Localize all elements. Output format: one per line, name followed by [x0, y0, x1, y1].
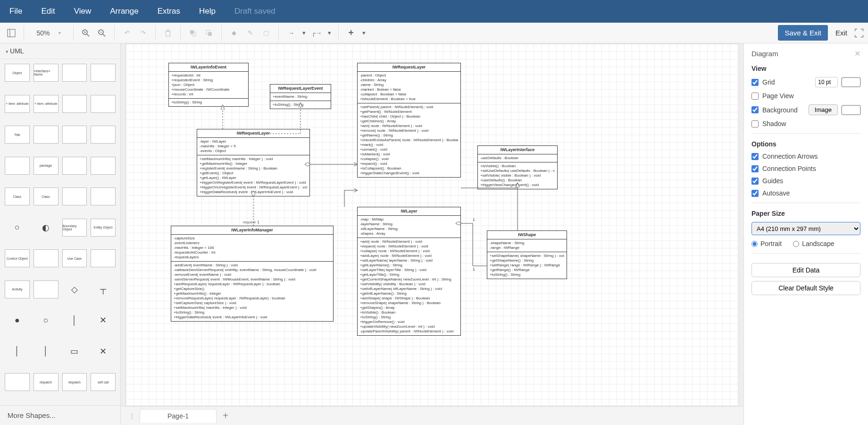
shape-palette-item[interactable]: │ — [62, 311, 87, 329]
canvas[interactable]: IWLayerInfoEvent+requestedId : int+reque… — [125, 43, 739, 406]
grid-size-input[interactable] — [815, 77, 838, 87]
landscape-radio[interactable] — [793, 241, 799, 247]
waypoint-dropdown-icon[interactable]: ▾ — [326, 26, 333, 40]
zoom-out-icon[interactable] — [95, 26, 108, 40]
page-tab-1[interactable]: Page-1 — [140, 409, 217, 423]
shape-palette-item[interactable]: ○ — [33, 311, 58, 329]
uml-class-iwlayerinfoevent[interactable]: IWLayerInfoEvent+requestedId : int+reque… — [168, 63, 249, 107]
pageview-checkbox[interactable] — [751, 93, 759, 100]
add-page-button[interactable]: + — [218, 410, 233, 421]
panel-close-icon[interactable]: ✕ — [854, 49, 860, 58]
uml-class-iwlayerinfomanager[interactable]: IWLayerInfoManager-captureSize-eventList… — [171, 226, 334, 322]
shape-palette-item[interactable]: ◇ — [62, 280, 87, 298]
shape-palette-item[interactable]: ✕ — [91, 342, 116, 360]
grid-color-swatch[interactable] — [842, 77, 860, 87]
shape-palette-item[interactable]: dispatch — [33, 373, 58, 391]
shape-palette-item[interactable]: «interface» Name — [33, 64, 58, 82]
conn-points-checkbox[interactable] — [751, 165, 759, 172]
uml-class-iwshape[interactable]: IWShape-shapeName : String-range : IWRan… — [487, 230, 567, 279]
guides-checkbox[interactable] — [751, 178, 759, 185]
shape-palette-item[interactable] — [62, 95, 87, 113]
shape-palette-item[interactable]: Activity — [5, 280, 30, 298]
shape-palette-item[interactable] — [33, 249, 58, 267]
shape-palette-item[interactable] — [91, 95, 116, 113]
shape-palette-item[interactable]: dispatch — [62, 373, 87, 391]
uml-class-iwlayer[interactable]: IWLayer-map : IWMap-layerName : String-i… — [357, 207, 461, 336]
connection-icon[interactable]: → — [284, 26, 298, 40]
shape-palette-item[interactable] — [5, 157, 30, 175]
portrait-radio[interactable] — [751, 241, 758, 247]
shape-panel-header[interactable]: UML — [0, 43, 120, 59]
shape-palette-item[interactable]: ● — [5, 311, 30, 329]
shape-palette-item[interactable]: ▭ — [62, 342, 87, 360]
zoom-in-icon[interactable] — [79, 26, 92, 40]
uml-class-iwlayerinterface[interactable]: IWLayerInterface-useDefaults : Boolean+i… — [477, 145, 558, 189]
to-front-icon[interactable] — [186, 26, 200, 40]
shape-palette-item[interactable] — [91, 187, 116, 205]
shadow-checkbox[interactable] — [751, 120, 759, 128]
background-color-swatch[interactable] — [842, 105, 860, 115]
shape-palette-item[interactable]: Class — [33, 187, 58, 205]
edit-data-button[interactable]: Edit Data — [751, 263, 860, 277]
shape-palette-item[interactable]: ┬ — [91, 280, 116, 298]
menu-arrange[interactable]: Arrange — [110, 7, 138, 16]
shape-palette-item[interactable] — [91, 157, 116, 175]
shape-palette-item[interactable]: Title — [5, 126, 30, 144]
shape-palette-item[interactable] — [62, 126, 87, 144]
menu-edit[interactable]: Edit — [41, 7, 55, 16]
delete-icon[interactable] — [161, 26, 175, 40]
shape-palette-item[interactable]: ○ — [5, 219, 30, 237]
image-button[interactable]: Image — [809, 104, 838, 115]
shape-palette-item[interactable] — [33, 280, 58, 298]
shape-palette-item[interactable] — [62, 157, 87, 175]
shape-palette-item[interactable]: Use Case — [62, 249, 87, 267]
shape-palette-item[interactable] — [91, 64, 116, 82]
shape-palette-item[interactable]: ◐ — [33, 219, 58, 237]
shape-palette-item[interactable] — [91, 126, 116, 144]
more-shapes-button[interactable]: More Shapes... — [0, 405, 120, 425]
shape-palette-item[interactable]: package — [33, 157, 58, 175]
shape-palette-item[interactable]: Class — [5, 187, 30, 205]
uml-class-iwrequestlayer-top[interactable]: IWRequestLayer-parent : Object-children … — [357, 63, 461, 178]
menu-extras[interactable]: Extras — [158, 7, 180, 16]
menu-help[interactable]: Help — [199, 7, 216, 16]
waypoint-icon[interactable]: ┌→ — [310, 26, 323, 40]
shape-palette-item[interactable]: Object — [5, 64, 30, 82]
shape-palette-item[interactable]: + item: attribute — [33, 95, 58, 113]
sidebar-toggle-icon[interactable] — [5, 26, 18, 40]
grid-checkbox[interactable] — [751, 79, 759, 86]
paper-size-select[interactable]: A4 (210 mm x 297 mm) — [751, 222, 860, 235]
fill-color-icon[interactable]: ◆ — [227, 26, 241, 40]
add-icon[interactable]: + — [344, 26, 358, 40]
exit-button[interactable]: Exit — [831, 25, 852, 41]
autosave-checkbox[interactable] — [751, 190, 759, 197]
conn-arrows-checkbox[interactable] — [751, 153, 759, 160]
background-checkbox[interactable] — [751, 106, 759, 113]
shape-palette-item[interactable] — [91, 249, 116, 267]
clear-style-button[interactable]: Clear Default Style — [751, 281, 860, 295]
shape-palette-item[interactable]: Control Object — [5, 249, 30, 267]
to-back-icon[interactable] — [202, 26, 216, 40]
shape-palette-item[interactable] — [33, 126, 58, 144]
shadow-icon[interactable]: ▢ — [259, 26, 273, 40]
shape-palette-item[interactable] — [62, 187, 87, 205]
connection-dropdown-icon[interactable]: ▾ — [300, 26, 307, 40]
shape-palette-item[interactable]: │ — [5, 342, 30, 360]
shape-palette-item[interactable]: Boundary Object — [62, 219, 87, 237]
menu-view[interactable]: View — [74, 7, 92, 16]
undo-icon[interactable]: ↶ — [120, 26, 134, 40]
shape-palette-item[interactable]: self call — [91, 373, 116, 391]
uml-class-iwrequestlayerevent[interactable]: IWRequestLayerEvent+eventName : String+t… — [270, 84, 331, 109]
line-color-icon[interactable]: ✎ — [243, 26, 257, 40]
shape-palette-item[interactable]: ✕ — [91, 311, 116, 329]
shape-palette-item[interactable]: + item: attribute — [5, 95, 30, 113]
menu-file[interactable]: File — [9, 7, 22, 16]
redo-icon[interactable]: ↷ — [136, 26, 150, 40]
shape-palette-item[interactable] — [5, 373, 30, 391]
shape-palette-item[interactable]: │ — [33, 342, 58, 360]
add-dropdown-icon[interactable]: ▾ — [360, 26, 367, 40]
tab-menu-icon[interactable]: ⋮ — [125, 410, 138, 422]
fullscreen-icon[interactable] — [855, 29, 863, 37]
save-exit-button[interactable]: Save & Exit — [778, 25, 828, 41]
uml-class-iwrequestlayer-mid[interactable]: IWRequestLayer-layer : IWLayer-maxHits :… — [197, 129, 310, 196]
